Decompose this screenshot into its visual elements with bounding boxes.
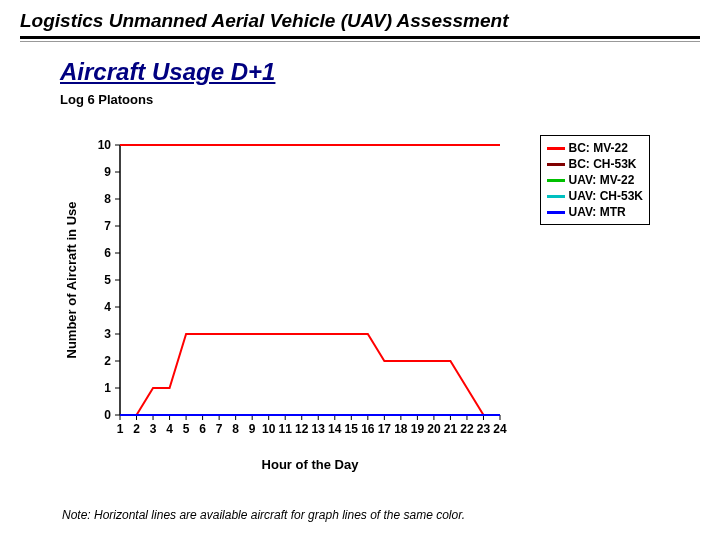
svg-text:5: 5	[104, 273, 111, 287]
legend-swatch	[547, 163, 565, 166]
svg-text:9: 9	[249, 422, 256, 436]
svg-text:4: 4	[104, 300, 111, 314]
svg-text:22: 22	[460, 422, 474, 436]
svg-text:6: 6	[104, 246, 111, 260]
legend-label: UAV: CH-53K	[569, 188, 643, 204]
legend-item: BC: MV-22	[547, 140, 643, 156]
svg-text:3: 3	[104, 327, 111, 341]
legend-swatch	[547, 147, 565, 150]
svg-text:13: 13	[312, 422, 326, 436]
legend-item: UAV: MV-22	[547, 172, 643, 188]
svg-text:2: 2	[104, 354, 111, 368]
header-rule	[20, 36, 700, 39]
chart-footnote: Note: Horizontal lines are available air…	[62, 508, 465, 522]
svg-text:5: 5	[183, 422, 190, 436]
legend-item: BC: CH-53K	[547, 156, 643, 172]
svg-text:19: 19	[411, 422, 425, 436]
chart-subtitle: Log 6 Platoons	[60, 92, 720, 107]
svg-text:8: 8	[104, 192, 111, 206]
svg-text:20: 20	[427, 422, 441, 436]
legend-item: UAV: CH-53K	[547, 188, 643, 204]
svg-text:16: 16	[361, 422, 375, 436]
chart: 0123456789101234567891011121314151617181…	[60, 135, 660, 475]
svg-text:1: 1	[117, 422, 124, 436]
svg-text:0: 0	[104, 408, 111, 422]
svg-text:9: 9	[104, 165, 111, 179]
legend-label: BC: MV-22	[569, 140, 628, 156]
page-header: Logistics Unmanned Aerial Vehicle (UAV) …	[20, 10, 700, 32]
svg-text:17: 17	[378, 422, 392, 436]
svg-text:10: 10	[262, 422, 276, 436]
svg-text:10: 10	[98, 138, 112, 152]
svg-text:23: 23	[477, 422, 491, 436]
svg-text:11: 11	[279, 422, 293, 436]
legend-label: UAV: MTR	[569, 204, 626, 220]
chart-title: Aircraft Usage D+1	[60, 58, 720, 86]
svg-text:4: 4	[166, 422, 173, 436]
svg-text:Number of Aircraft in Use: Number of Aircraft in Use	[64, 202, 79, 359]
svg-text:7: 7	[104, 219, 111, 233]
legend-swatch	[547, 211, 565, 214]
svg-text:18: 18	[394, 422, 408, 436]
svg-text:21: 21	[444, 422, 458, 436]
legend-swatch	[547, 179, 565, 182]
svg-text:7: 7	[216, 422, 223, 436]
svg-text:14: 14	[328, 422, 342, 436]
svg-text:6: 6	[199, 422, 206, 436]
legend-swatch	[547, 195, 565, 198]
svg-text:8: 8	[232, 422, 239, 436]
legend-label: BC: CH-53K	[569, 156, 637, 172]
svg-text:12: 12	[295, 422, 309, 436]
header-rule-thin	[20, 41, 700, 42]
svg-text:15: 15	[345, 422, 359, 436]
svg-text:2: 2	[133, 422, 140, 436]
legend-label: UAV: MV-22	[569, 172, 635, 188]
svg-text:3: 3	[150, 422, 157, 436]
svg-text:1: 1	[104, 381, 111, 395]
legend-item: UAV: MTR	[547, 204, 643, 220]
svg-text:24: 24	[493, 422, 507, 436]
svg-text:Hour of the Day: Hour of the Day	[262, 457, 360, 472]
legend: BC: MV-22BC: CH-53KUAV: MV-22UAV: CH-53K…	[540, 135, 650, 225]
